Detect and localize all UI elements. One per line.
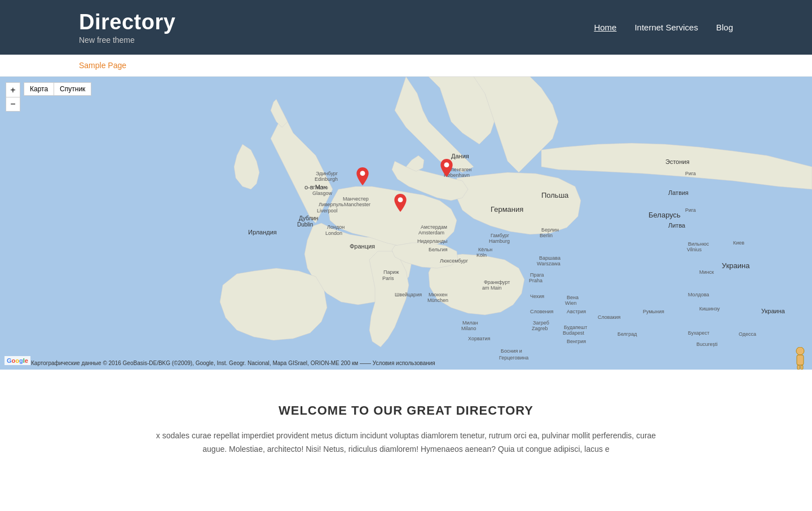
svg-text:București: București bbox=[696, 341, 718, 347]
svg-text:Köln: Köln bbox=[476, 252, 487, 258]
svg-text:Vilnius: Vilnius bbox=[687, 247, 702, 252]
svg-text:Бельгия: Бельгия bbox=[429, 247, 448, 252]
logo-block: Directory New free theme bbox=[79, 10, 175, 45]
nav-home[interactable]: Home bbox=[594, 23, 616, 32]
svg-text:Рига: Рига bbox=[685, 171, 696, 176]
zoom-in-button[interactable]: + bbox=[6, 82, 20, 97]
svg-text:Франция: Франция bbox=[350, 243, 375, 250]
svg-text:Украина: Украина bbox=[722, 261, 750, 270]
svg-text:Париж: Париж bbox=[383, 269, 399, 275]
svg-text:Эдинбург: Эдинбург bbox=[316, 171, 338, 176]
svg-text:Warszawa: Warszawa bbox=[537, 261, 561, 266]
svg-text:Ливерпуль: Ливерпуль bbox=[319, 202, 344, 207]
svg-text:Glasgow: Glasgow bbox=[312, 190, 333, 196]
svg-point-78 bbox=[360, 171, 365, 176]
svg-text:Словения: Словения bbox=[530, 309, 554, 314]
svg-text:Беларусь: Беларусь bbox=[648, 211, 681, 219]
sample-page-link[interactable]: Sample Page bbox=[79, 61, 126, 70]
svg-text:Wien: Wien bbox=[565, 300, 577, 306]
svg-text:Австрия: Австрия bbox=[567, 309, 586, 314]
svg-text:Amsterdam: Amsterdam bbox=[418, 230, 444, 235]
svg-text:Милан: Милан bbox=[462, 320, 478, 326]
google-logo: Google bbox=[5, 356, 30, 365]
svg-text:Нидерланды: Нидерланды bbox=[417, 238, 447, 244]
svg-text:am Main: am Main bbox=[482, 285, 502, 291]
svg-text:Молдова: Молдова bbox=[688, 292, 709, 297]
svg-point-80 bbox=[398, 197, 403, 202]
content-text: x sodales curae repellat imperdiet provi… bbox=[152, 429, 660, 456]
svg-text:Кишинэу: Кишинэу bbox=[699, 306, 720, 312]
svg-text:Paris: Paris bbox=[382, 276, 394, 281]
map-pin-amsterdam[interactable] bbox=[440, 159, 453, 177]
svg-text:Эстония: Эстония bbox=[665, 158, 690, 165]
svg-text:Берлин: Берлин bbox=[541, 227, 559, 233]
svg-text:Герцеговина: Герцеговина bbox=[499, 355, 528, 361]
svg-text:Бухарест: Бухарест bbox=[688, 330, 709, 336]
map-pin-manchester[interactable] bbox=[356, 167, 369, 185]
svg-text:Hamburg: Hamburg bbox=[489, 238, 510, 244]
svg-text:Франкфурт: Франкфурт bbox=[484, 279, 510, 285]
svg-text:Босния и: Босния и bbox=[501, 348, 522, 354]
svg-text:Вена: Вена bbox=[567, 295, 579, 300]
content-section: WELCOME TO OUR GREAT DIRECTORY x sodales… bbox=[0, 370, 812, 490]
svg-text:Manchester: Manchester bbox=[344, 202, 370, 207]
svg-text:Лондон: Лондон bbox=[327, 224, 345, 230]
svg-text:Литва: Литва bbox=[668, 222, 686, 229]
svg-text:Белград: Белград bbox=[617, 331, 637, 337]
nav-internet-services[interactable]: Internet Services bbox=[634, 23, 698, 32]
secondary-nav: Sample Page bbox=[0, 55, 812, 77]
svg-text:Одесса: Одесса bbox=[739, 331, 756, 337]
svg-text:Milano: Milano bbox=[461, 326, 476, 331]
svg-text:Berlin: Berlin bbox=[540, 233, 553, 238]
svg-text:Люксембург: Люксембург bbox=[440, 258, 469, 264]
svg-text:Глазго: Глазго bbox=[313, 185, 328, 190]
svg-text:Польша: Польша bbox=[541, 191, 569, 199]
map-pin-london[interactable] bbox=[394, 194, 407, 212]
svg-rect-83 bbox=[797, 365, 800, 370]
street-view-icon[interactable] bbox=[794, 347, 806, 365]
svg-text:Praha: Praha bbox=[529, 278, 542, 283]
nav-blog[interactable]: Blog bbox=[716, 23, 733, 32]
svg-text:Дублин: Дублин bbox=[299, 215, 318, 221]
svg-text:Германия: Германия bbox=[491, 205, 523, 214]
svg-text:Швейцария: Швейцария bbox=[395, 292, 422, 297]
svg-text:Дания: Дания bbox=[451, 153, 469, 159]
svg-point-79 bbox=[444, 162, 449, 167]
site-header: Directory New free theme Home Internet S… bbox=[0, 0, 812, 55]
svg-text:Латвия: Латвия bbox=[668, 189, 689, 196]
content-title: WELCOME TO OUR GREAT DIRECTORY bbox=[79, 403, 733, 418]
map-type-toggle: Карта Спутник bbox=[24, 82, 91, 96]
svg-rect-82 bbox=[797, 355, 804, 365]
svg-text:Прага: Прага bbox=[530, 272, 544, 278]
svg-text:Мюнхен: Мюнхен bbox=[429, 292, 448, 297]
svg-text:Минск: Минск bbox=[699, 269, 714, 275]
svg-text:Вильнюс: Вильнюс bbox=[688, 241, 709, 247]
svg-text:München: München bbox=[427, 297, 448, 303]
map-type-satellite-button[interactable]: Спутник bbox=[54, 82, 91, 96]
map-attribution: Картографические данные © 2016 GeoBasis-… bbox=[31, 360, 435, 366]
svg-text:Словакия: Словакия bbox=[598, 314, 621, 320]
svg-text:Амстердам: Амстердам bbox=[421, 224, 447, 230]
site-title: Directory bbox=[79, 10, 175, 34]
svg-text:Будапешт: Будапешт bbox=[564, 325, 587, 330]
map-zoom-controls: + − bbox=[6, 82, 20, 112]
svg-rect-81 bbox=[796, 347, 804, 355]
svg-text:Загреб: Загреб bbox=[533, 320, 549, 326]
svg-text:Кёльн: Кёльн bbox=[478, 247, 492, 252]
site-subtitle: New free theme bbox=[79, 35, 175, 45]
svg-text:Украина: Украина bbox=[761, 308, 785, 314]
map-svg: Франция Германия Польша Беларусь Украина… bbox=[0, 77, 812, 370]
main-nav: Home Internet Services Blog bbox=[594, 23, 733, 32]
svg-text:Liverpool: Liverpool bbox=[317, 208, 338, 214]
svg-text:Гамбург: Гамбург bbox=[491, 233, 510, 238]
svg-text:Румыния: Румыния bbox=[643, 309, 664, 314]
svg-text:Ирландия: Ирландия bbox=[248, 229, 277, 235]
svg-text:Рига: Рига bbox=[685, 207, 696, 213]
zoom-out-button[interactable]: − bbox=[6, 97, 20, 112]
svg-text:Zagreb: Zagreb bbox=[532, 326, 548, 331]
svg-text:Киев: Киев bbox=[733, 240, 744, 246]
svg-text:Budapest: Budapest bbox=[563, 330, 585, 336]
svg-text:Dublin: Dublin bbox=[297, 221, 313, 228]
map-container[interactable]: Франция Германия Польша Беларусь Украина… bbox=[0, 77, 812, 370]
map-type-map-button[interactable]: Карта bbox=[24, 82, 54, 96]
